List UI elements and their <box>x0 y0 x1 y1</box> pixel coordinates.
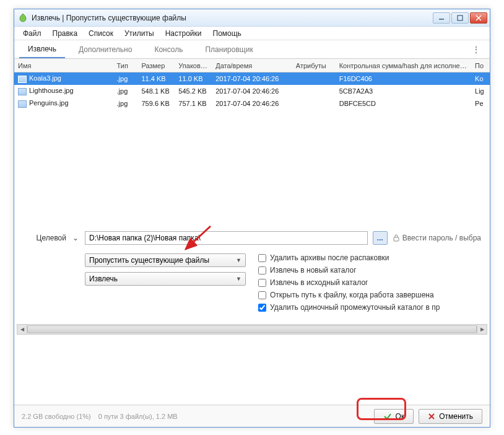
scrollbar-thumb[interactable] <box>27 325 477 333</box>
chevron-down-icon: ▼ <box>236 276 241 282</box>
svg-rect-4 <box>394 237 399 241</box>
chevron-down-icon: ▼ <box>236 257 241 263</box>
action-select[interactable]: Извлечь▼ <box>85 272 246 286</box>
skip-mode-select[interactable]: Пропустить существующие файлы▼ <box>85 253 246 267</box>
header-hash[interactable]: Контрольная сумма/hash для исполнения <box>336 62 471 69</box>
browse-button[interactable]: ... <box>373 231 388 245</box>
tab-console[interactable]: Консоль <box>146 42 191 58</box>
table-row[interactable]: Penguins.jpg .jpg 759.6 KB 757.1 KB 2017… <box>14 97 490 110</box>
tab-advanced[interactable]: Дополнительно <box>70 42 141 58</box>
tab-scheduler[interactable]: Планировщик <box>196 42 261 58</box>
close-button[interactable] <box>470 12 487 24</box>
menu-utils[interactable]: Утилиты <box>119 28 159 39</box>
checkbox-extract-new[interactable]: Извлечь в новый каталог <box>258 266 440 275</box>
window-title: Извлечь | Пропустить существующие файлы <box>32 14 433 22</box>
chevron-down-icon[interactable]: ⌄ <box>71 234 80 242</box>
scroll-left-icon[interactable]: ◀ <box>17 325 27 334</box>
scroll-right-icon[interactable]: ▶ <box>477 325 487 334</box>
table-row[interactable]: Lighthouse.jpg .jpg 548.1 KB 545.2 KB 20… <box>14 85 490 97</box>
checkbox-remove-inter[interactable]: Удалить одиночный промежуточный каталог … <box>258 303 440 312</box>
checkbox-open-path[interactable]: Открыть путь к файлу, когда работа завер… <box>258 291 440 299</box>
image-icon <box>18 100 27 108</box>
checkbox-extract-src[interactable]: Извлечь в исходный каталог <box>258 278 440 287</box>
menu-list[interactable]: Список <box>84 28 118 39</box>
table-row[interactable]: Koala3.jpg .jpg 11.4 KB 11.0 KB 2017-07-… <box>14 72 490 85</box>
header-packed[interactable]: Упаковано <box>175 62 212 69</box>
image-icon <box>18 76 27 83</box>
header-name[interactable]: Имя <box>14 62 113 69</box>
target-label: Целевой <box>23 234 66 242</box>
check-icon <box>383 412 392 421</box>
svg-rect-1 <box>458 15 463 20</box>
menu-edit[interactable]: Правка <box>48 28 83 39</box>
menu-settings[interactable]: Настройки <box>160 28 207 39</box>
target-path-input[interactable] <box>85 231 368 245</box>
column-headers[interactable]: Имя Тип Размер Упаковано Дата/время Атри… <box>14 59 490 72</box>
ok-button[interactable]: Ок <box>374 409 414 424</box>
tab-overflow-icon[interactable]: ⋮ <box>467 45 485 54</box>
password-link[interactable]: Ввести пароль / выбра <box>393 234 481 242</box>
header-attr[interactable]: Атрибуты <box>292 62 336 69</box>
checkbox-delete-after[interactable]: Удалить архивы после распаковки <box>258 253 440 262</box>
menu-help[interactable]: Помощь <box>208 28 246 39</box>
cancel-button[interactable]: Отменить <box>419 409 482 424</box>
header-ext[interactable]: По <box>471 62 490 69</box>
status-free-space: 2.2 GB свободно (1%) <box>22 413 91 420</box>
status-selection: 0 пути 3 файл(ы), 1.2 MB <box>98 413 178 420</box>
minimize-button[interactable] <box>433 12 450 24</box>
horizontal-scrollbar[interactable]: ◀ ▶ <box>17 324 487 335</box>
header-type[interactable]: Тип <box>113 62 138 69</box>
header-date[interactable]: Дата/время <box>212 62 292 69</box>
header-size[interactable]: Размер <box>137 62 175 69</box>
maximize-button[interactable] <box>451 12 469 24</box>
app-icon <box>18 13 28 23</box>
menu-file[interactable]: Файл <box>18 28 46 39</box>
tab-extract[interactable]: Извлечь <box>19 41 65 58</box>
lock-icon <box>393 234 400 242</box>
x-icon <box>428 413 435 420</box>
image-icon <box>18 88 27 95</box>
